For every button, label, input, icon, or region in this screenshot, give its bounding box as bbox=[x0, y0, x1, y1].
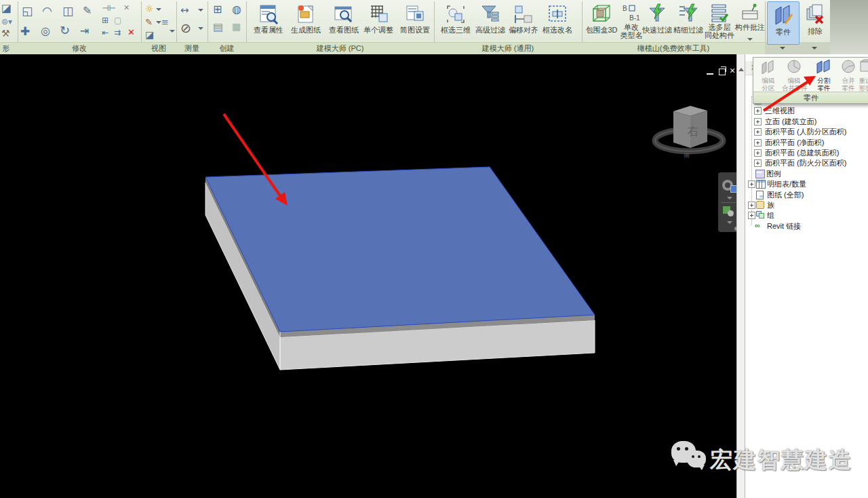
panel-label-geometry-clipped: 形 bbox=[0, 42, 18, 54]
component-icon[interactable]: ⊚▾ bbox=[1, 18, 12, 26]
merge-parts-icon bbox=[840, 59, 857, 74]
parts-button[interactable]: 零件 bbox=[767, 1, 800, 45]
paintbrush-icon[interactable]: ✎ bbox=[145, 18, 153, 26]
edit-division-button[interactable]: 编辑 分区 bbox=[756, 59, 781, 92]
reset-shape-icon bbox=[858, 59, 868, 74]
wall-icon[interactable]: ◱ bbox=[22, 5, 33, 17]
linework-icon[interactable]: ≡ bbox=[161, 18, 169, 26]
pin-icon[interactable]: ✕ bbox=[123, 4, 130, 12]
lightbulb-icon[interactable]: ☼ bbox=[145, 4, 154, 14]
expand-icon[interactable] bbox=[754, 149, 762, 157]
quick-filter-button[interactable]: 快速过滤 bbox=[642, 1, 673, 42]
schedule-icon bbox=[756, 180, 766, 189]
expand-icon[interactable] bbox=[754, 118, 762, 126]
svg-text:B: B bbox=[623, 5, 627, 12]
exclude-button-caret-icon[interactable] bbox=[812, 47, 817, 50]
advanced-filter-button[interactable]: 高级过滤 bbox=[474, 1, 507, 42]
expand-icon[interactable] bbox=[754, 159, 762, 167]
copy-icon[interactable]: ◎ bbox=[41, 26, 50, 37]
zoom-caret-icon[interactable] bbox=[727, 221, 732, 224]
box-rename-button[interactable]: 框选改名 bbox=[541, 1, 574, 42]
view-minimize-button[interactable] bbox=[707, 73, 713, 75]
annotate-caret-icon[interactable] bbox=[747, 38, 753, 41]
expand-icon[interactable] bbox=[754, 128, 762, 136]
expand-icon[interactable] bbox=[754, 139, 762, 147]
linework-caret-icon[interactable] bbox=[170, 30, 175, 33]
view-restore-button[interactable] bbox=[719, 69, 726, 75]
expand-icon[interactable] bbox=[748, 180, 755, 188]
single-adjust-button[interactable]: 单个调整 bbox=[361, 1, 396, 42]
diameter-caret-icon[interactable] bbox=[198, 27, 203, 30]
edit-merged-parts-button[interactable]: 编辑 合并零件 bbox=[782, 59, 806, 92]
expand-icon[interactable] bbox=[754, 107, 762, 115]
sheet-icon bbox=[756, 191, 764, 199]
mirror-icon[interactable]: ▢ bbox=[114, 16, 121, 24]
view-properties-button[interactable]: 查看属性 bbox=[251, 1, 286, 42]
align-dim-icon[interactable]: ⊣⊢ bbox=[102, 4, 116, 12]
viewcube-face-label[interactable]: 右 bbox=[688, 125, 699, 138]
group-icon bbox=[756, 211, 764, 218]
revit-link-icon: ∞ bbox=[755, 222, 763, 229]
measure-between-icon[interactable]: ↔ bbox=[180, 5, 189, 16]
select-multi-level-button[interactable]: 选多层 同处构件 bbox=[704, 1, 735, 42]
bounding-box-3d-icon bbox=[590, 3, 613, 26]
cut-geometry-icon[interactable]: ◫ bbox=[62, 5, 73, 17]
zoom-tool-icon[interactable] bbox=[723, 206, 730, 214]
offset-align-icon bbox=[512, 3, 535, 26]
expand-icon[interactable] bbox=[748, 212, 755, 219]
view-properties-icon bbox=[257, 3, 280, 26]
wheel-caret-icon[interactable] bbox=[727, 197, 732, 199]
revit-window: ◪ ⊚▾ ⚒ 形 ◱ ◠ ◫ ✎ ⊣⊢ ✕ ⊞ ▢ ✚ ◎ ↻ ⇥ ⇤ ⇉ ✕ … bbox=[0, 0, 868, 498]
measure-caret-icon[interactable] bbox=[198, 9, 203, 12]
view-close-button[interactable]: × bbox=[730, 66, 735, 75]
box-select-3d-button[interactable]: 框选三维 bbox=[439, 1, 472, 42]
single-adjust-icon bbox=[367, 3, 390, 26]
split-element-icon[interactable]: ✎ bbox=[83, 5, 92, 16]
family-icon bbox=[756, 201, 764, 209]
compass-south-label[interactable]: 南 bbox=[684, 152, 690, 159]
hide-box-icon[interactable]: ◪ bbox=[145, 30, 154, 39]
scroll-up-icon[interactable] bbox=[738, 68, 744, 71]
panel-label-olive: 橄榄山(免费效率工具) bbox=[582, 42, 765, 54]
panel-label-view: 视图 bbox=[141, 42, 176, 54]
slab-3d-model[interactable] bbox=[205, 167, 595, 370]
legend-component-icon[interactable]: ⊞ bbox=[213, 4, 222, 15]
view-sheets-button[interactable]: 查看图纸 bbox=[326, 1, 361, 42]
move-icon[interactable]: ✚ bbox=[20, 26, 30, 37]
create-group-icon[interactable]: ◍ bbox=[232, 4, 241, 15]
bounding-box-3d-button[interactable]: 包围盒3D bbox=[585, 1, 618, 42]
extend-icon[interactable]: ⇉ bbox=[114, 28, 121, 37]
delete-icon[interactable]: ✕ bbox=[127, 28, 135, 37]
rotate-icon[interactable]: ↻ bbox=[60, 24, 70, 37]
drawing-area[interactable]: 右 南 × × bbox=[0, 54, 736, 498]
merge-parts-button[interactable]: 合并 零件 bbox=[836, 59, 861, 92]
create-assembly-icon[interactable]: ▦ bbox=[232, 22, 241, 31]
in-place-mass-icon[interactable]: ◪ bbox=[1, 3, 12, 14]
parts-icon bbox=[772, 3, 795, 28]
paintbrush-caret-icon[interactable] bbox=[156, 21, 161, 24]
viewcube[interactable]: 右 南 bbox=[655, 106, 723, 159]
offset-icon[interactable]: ⇥ bbox=[80, 26, 89, 37]
lightbulb-caret-icon[interactable] bbox=[156, 8, 161, 11]
measure-diameter-icon[interactable]: ⊘ bbox=[180, 22, 191, 35]
exclude-button[interactable]: 排除 bbox=[800, 1, 831, 43]
parts-button-caret-icon[interactable] bbox=[780, 47, 785, 50]
exclude-icon bbox=[804, 3, 827, 27]
offset-align-button[interactable]: 偏移对齐 bbox=[507, 1, 540, 42]
select-multi-level-icon bbox=[708, 3, 731, 23]
array-icon[interactable]: ⊞ bbox=[102, 16, 108, 24]
generate-sheets-icon bbox=[294, 3, 317, 26]
legend-icon bbox=[755, 170, 765, 178]
create-parts-icon[interactable]: ▤ bbox=[213, 22, 223, 33]
diagram-settings-button[interactable]: 简图设置 bbox=[397, 1, 433, 42]
generate-sheets-button[interactable]: 生成图纸 bbox=[288, 1, 323, 42]
divide-parts-button[interactable]: 分割 零件 bbox=[812, 59, 836, 92]
expand-icon[interactable] bbox=[748, 202, 755, 209]
hammer-icon[interactable]: ⚒ bbox=[1, 28, 10, 38]
reset-shape-button[interactable]: 重设 形状 bbox=[858, 59, 868, 92]
component-annotate-button[interactable]: 构件批注 bbox=[734, 1, 766, 42]
fine-filter-button[interactable]: 精细过滤 bbox=[673, 1, 704, 42]
box-select-3d-icon bbox=[444, 3, 467, 26]
trim-icon[interactable]: ⇤ bbox=[102, 28, 108, 37]
cope-icon[interactable]: ◠ bbox=[42, 5, 52, 17]
